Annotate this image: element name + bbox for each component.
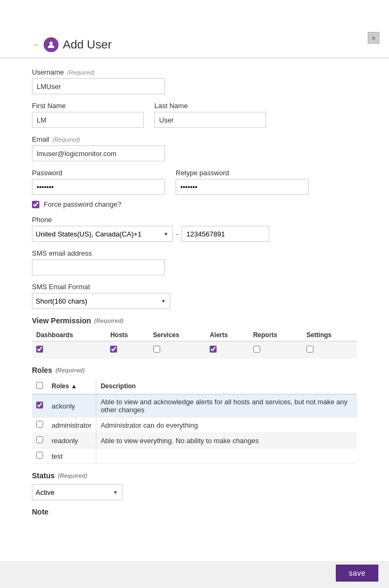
table-row: readonly Able to view everything. No abi… (32, 433, 357, 448)
retype-password-group: Retype password (176, 169, 309, 195)
ackonly-checkbox-cell (32, 394, 47, 418)
roles-desc-col: Description (96, 379, 357, 394)
roles-label: Roles (32, 366, 52, 374)
close-button[interactable]: × (368, 32, 379, 44)
force-password-checkbox[interactable] (32, 201, 39, 208)
readonly-desc-cell: Able to view everything. No ability to m… (96, 433, 357, 448)
note-label: Note (32, 508, 357, 516)
roles-group: Roles (Required) Roles ▲ Description (32, 366, 357, 464)
perm-dashboards-cell (32, 341, 106, 359)
perm-settings-checkbox[interactable] (307, 346, 313, 353)
force-password-label: Force password change? (44, 200, 121, 208)
test-checkbox-cell (32, 448, 47, 464)
perm-alerts-checkbox[interactable] (210, 346, 217, 353)
page-container: × → Add User Username (Required) First N (0, 0, 389, 588)
admin-checkbox[interactable] (36, 421, 43, 428)
phone-label: Phone (32, 216, 52, 224)
username-input[interactable] (32, 78, 165, 94)
retype-password-label: Retype password (176, 169, 229, 177)
lastname-group: Last Name (154, 102, 266, 128)
username-label: Username (32, 68, 64, 76)
status-group: Status (Required) Active Inactive (32, 471, 357, 500)
email-label: Email (32, 135, 49, 143)
perm-col-dashboards: Dashboards (32, 329, 106, 341)
phone-country-select[interactable]: United States(US), Canada(CA)+1 (32, 226, 173, 242)
save-button[interactable]: save (336, 565, 378, 582)
email-required: (Required) (53, 136, 80, 143)
email-input[interactable] (32, 145, 165, 161)
view-permission-label: View Permission (32, 316, 91, 325)
table-row: test (32, 448, 357, 464)
sms-group: SMS email address (32, 249, 357, 275)
readonly-checkbox-cell (32, 433, 47, 448)
roles-select-all-checkbox[interactable] (36, 382, 43, 389)
username-group: Username (Required) (32, 68, 357, 94)
roles-select-all-col (32, 379, 47, 394)
admin-desc-cell: Administrator can do everything (96, 418, 357, 433)
roles-name-col: Roles ▲ (47, 379, 96, 394)
back-arrow-icon: → (32, 40, 39, 49)
ackonly-checkbox[interactable] (36, 402, 43, 409)
username-required: (Required) (67, 69, 95, 76)
phone-dash: - (176, 230, 178, 238)
phone-row: United States(US), Canada(CA)+1 - (32, 226, 357, 242)
password-label: Password (32, 169, 62, 177)
table-row: administrator Administrator can do every… (32, 418, 357, 433)
password-input[interactable] (32, 179, 165, 195)
firstname-label: First Name (32, 102, 66, 110)
readonly-checkbox[interactable] (36, 436, 43, 443)
sms-format-select[interactable]: Short(160 chars) (32, 293, 170, 309)
page-header: → Add User (0, 0, 389, 58)
status-label: Status (32, 471, 55, 480)
test-name-cell: test (47, 448, 96, 464)
status-required: (Required) (58, 472, 87, 479)
perm-hosts-checkbox[interactable] (110, 346, 117, 353)
ackonly-name-cell: ackonly (47, 394, 96, 418)
perm-alerts-cell (205, 341, 249, 359)
sms-format-label: SMS Email Format (32, 283, 90, 291)
force-password-row: Force password change? (32, 200, 357, 208)
phone-group: Phone United States(US), Canada(CA)+1 - (32, 216, 357, 242)
svg-point-0 (49, 42, 53, 45)
phone-country-wrapper: United States(US), Canada(CA)+1 (32, 226, 173, 242)
sms-input[interactable] (32, 259, 165, 275)
perm-reports-checkbox[interactable] (253, 346, 260, 353)
admin-name-cell: administrator (47, 418, 96, 433)
close-icon: × (371, 34, 376, 42)
user-icon (44, 37, 59, 52)
test-desc-cell (96, 448, 357, 464)
view-permission-table: Dashboards Hosts Services Alerts Reports… (32, 329, 357, 358)
phone-number-input[interactable] (181, 226, 269, 242)
perm-services-cell (149, 341, 206, 359)
roles-table: Roles ▲ Description ackonly Able to view… (32, 379, 357, 464)
perm-row (32, 341, 357, 359)
retype-password-input[interactable] (176, 179, 309, 195)
firstname-group: First Name (32, 102, 144, 128)
perm-services-checkbox[interactable] (153, 346, 160, 353)
perm-hosts-cell (106, 341, 148, 359)
password-group: Password (32, 169, 165, 195)
view-permission-group: View Permission (Required) Dashboards Ho… (32, 316, 357, 358)
table-row: ackonly Able to view and acknowledge ale… (32, 394, 357, 418)
perm-settings-cell (302, 341, 357, 359)
status-select[interactable]: Active Inactive (32, 484, 122, 500)
sms-format-wrapper: Short(160 chars) (32, 293, 170, 309)
perm-col-reports: Reports (249, 329, 302, 341)
page-title: Add User (63, 38, 112, 52)
note-group: Note (32, 508, 357, 516)
sms-label: SMS email address (32, 249, 92, 257)
test-checkbox[interactable] (36, 452, 43, 459)
roles-required: (Required) (55, 367, 85, 373)
firstname-input[interactable] (32, 112, 144, 128)
ackonly-desc-cell: Able to view and acknowledge alerts for … (96, 394, 357, 418)
lastname-input[interactable] (154, 112, 266, 128)
sms-format-group: SMS Email Format Short(160 chars) (32, 283, 357, 309)
view-permission-required: (Required) (94, 317, 123, 324)
perm-col-services: Services (149, 329, 206, 341)
perm-reports-cell (249, 341, 302, 359)
lastname-label: Last Name (154, 102, 188, 110)
password-row: Password Retype password (32, 169, 357, 195)
admin-checkbox-cell (32, 418, 47, 433)
name-row: First Name Last Name (32, 102, 357, 128)
perm-dashboards-checkbox[interactable] (36, 346, 43, 353)
